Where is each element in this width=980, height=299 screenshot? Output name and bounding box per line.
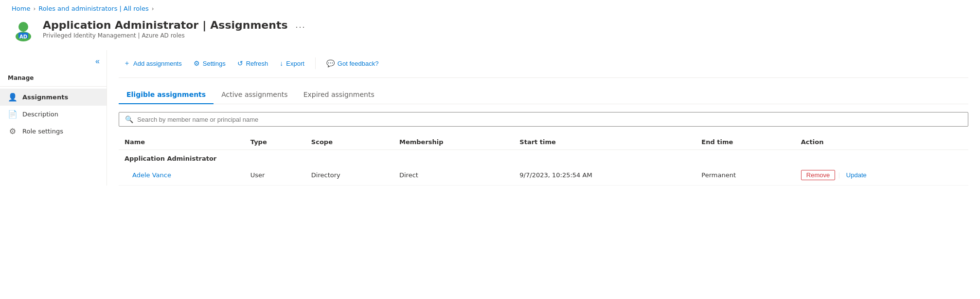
col-start-time: Start time bbox=[514, 134, 695, 150]
table-row: Adele Vance User Directory Direct 9/7/20… bbox=[119, 165, 968, 186]
col-membership: Membership bbox=[393, 134, 514, 150]
app-admin-icon: AD bbox=[12, 19, 35, 42]
settings-label: Settings bbox=[203, 60, 226, 67]
table-header: Name Type Scope Membership Start time En… bbox=[119, 134, 968, 150]
feedback-button[interactable]: 💬 Got feedback? bbox=[321, 56, 384, 70]
gear-icon: ⚙ bbox=[194, 59, 200, 67]
page-role-name: Application Administrator bbox=[43, 19, 198, 31]
assignments-icon: 👤 bbox=[8, 93, 18, 102]
export-label: Export bbox=[286, 60, 304, 67]
breadcrumb-sep1: › bbox=[33, 5, 36, 12]
assignments-table: Name Type Scope Membership Start time En… bbox=[119, 134, 968, 186]
sidebar-item-description[interactable]: 📄 Description bbox=[0, 106, 107, 123]
page-section: Assignments bbox=[210, 19, 287, 31]
cell-scope: Directory bbox=[305, 165, 393, 186]
search-input[interactable] bbox=[137, 116, 962, 123]
breadcrumb-sep2: › bbox=[152, 5, 154, 12]
cell-action: Remove | Update bbox=[795, 165, 968, 186]
sidebar-item-role-settings[interactable]: ⚙ Role settings bbox=[0, 123, 107, 140]
col-end-time: End time bbox=[695, 134, 795, 150]
refresh-button[interactable]: ↺ Refresh bbox=[232, 56, 273, 70]
update-button[interactable]: Update bbox=[843, 170, 870, 180]
refresh-label: Refresh bbox=[246, 60, 268, 67]
action-sep: | bbox=[838, 171, 842, 179]
cell-type: User bbox=[245, 165, 305, 186]
cell-membership: Direct bbox=[393, 165, 514, 186]
table-body: Application Administrator Adele Vance Us… bbox=[119, 150, 968, 186]
svg-point-0 bbox=[18, 22, 28, 32]
remove-button[interactable]: Remove bbox=[801, 170, 835, 180]
breadcrumb: Home › Roles and administrators | All ro… bbox=[0, 0, 980, 15]
role-settings-icon: ⚙ bbox=[8, 127, 18, 136]
col-action: Action bbox=[795, 134, 968, 150]
svg-text:AD: AD bbox=[19, 34, 27, 39]
tab-expired-label: Expired assignments bbox=[303, 91, 374, 98]
tabs: Eligible assignments Active assignments … bbox=[119, 86, 968, 104]
export-icon: ↓ bbox=[280, 59, 283, 67]
page-title: Application Administrator | Assignments … bbox=[43, 19, 968, 31]
main-content: ＋ Add assignments ⚙ Settings ↺ Refresh ↓… bbox=[107, 50, 980, 186]
tab-active-label: Active assignments bbox=[221, 91, 287, 98]
member-name-link[interactable]: Adele Vance bbox=[132, 171, 171, 179]
cell-name: Adele Vance bbox=[119, 165, 245, 186]
search-bar: 🔍 bbox=[119, 112, 968, 127]
table-group-row: Application Administrator bbox=[119, 150, 968, 166]
col-scope: Scope bbox=[305, 134, 393, 150]
cell-end-time: Permanent bbox=[695, 165, 795, 186]
refresh-icon: ↺ bbox=[237, 59, 243, 67]
search-icon: 🔍 bbox=[125, 115, 133, 123]
settings-button[interactable]: ⚙ Settings bbox=[189, 56, 231, 70]
more-options-button[interactable]: ... bbox=[294, 20, 308, 30]
breadcrumb-roles[interactable]: Roles and administrators | All roles bbox=[38, 5, 149, 12]
sidebar-role-settings-label: Role settings bbox=[22, 128, 63, 135]
sidebar-collapse: « bbox=[0, 56, 107, 71]
sidebar-divider bbox=[0, 86, 107, 87]
tab-expired[interactable]: Expired assignments bbox=[296, 86, 382, 104]
sidebar-manage-label: Manage bbox=[0, 71, 107, 84]
tab-active[interactable]: Active assignments bbox=[214, 86, 295, 104]
sidebar-assignments-label: Assignments bbox=[22, 93, 68, 101]
toolbar: ＋ Add assignments ⚙ Settings ↺ Refresh ↓… bbox=[119, 50, 968, 78]
sidebar-item-assignments[interactable]: 👤 Assignments bbox=[0, 89, 107, 106]
feedback-icon: 💬 bbox=[326, 59, 335, 67]
group-label: Application Administrator bbox=[119, 150, 968, 166]
tab-eligible-label: Eligible assignments bbox=[126, 91, 206, 98]
export-button[interactable]: ↓ Export bbox=[275, 56, 309, 70]
sidebar: « Manage 👤 Assignments 📄 Description ⚙ R… bbox=[0, 50, 107, 186]
description-icon: 📄 bbox=[8, 110, 18, 119]
tab-eligible[interactable]: Eligible assignments bbox=[119, 86, 214, 104]
page-header-text: Application Administrator | Assignments … bbox=[43, 19, 968, 39]
page-title-sep: | bbox=[202, 19, 206, 31]
cell-start-time: 9/7/2023, 10:25:54 AM bbox=[514, 165, 695, 186]
sidebar-description-label: Description bbox=[22, 111, 58, 118]
toolbar-separator bbox=[315, 57, 316, 69]
main-layout: « Manage 👤 Assignments 📄 Description ⚙ R… bbox=[0, 50, 980, 186]
add-assignments-label: Add assignments bbox=[133, 60, 182, 67]
page-header: AD Application Administrator | Assignmen… bbox=[0, 15, 980, 50]
col-name: Name bbox=[119, 134, 245, 150]
page-subtitle: Privileged Identity Management | Azure A… bbox=[43, 32, 968, 39]
table-header-row: Name Type Scope Membership Start time En… bbox=[119, 134, 968, 150]
sidebar-collapse-button[interactable]: « bbox=[92, 56, 103, 67]
add-icon: ＋ bbox=[124, 59, 130, 68]
feedback-label: Got feedback? bbox=[338, 60, 379, 67]
add-assignments-button[interactable]: ＋ Add assignments bbox=[119, 56, 187, 71]
col-type: Type bbox=[245, 134, 305, 150]
breadcrumb-home[interactable]: Home bbox=[12, 5, 30, 12]
